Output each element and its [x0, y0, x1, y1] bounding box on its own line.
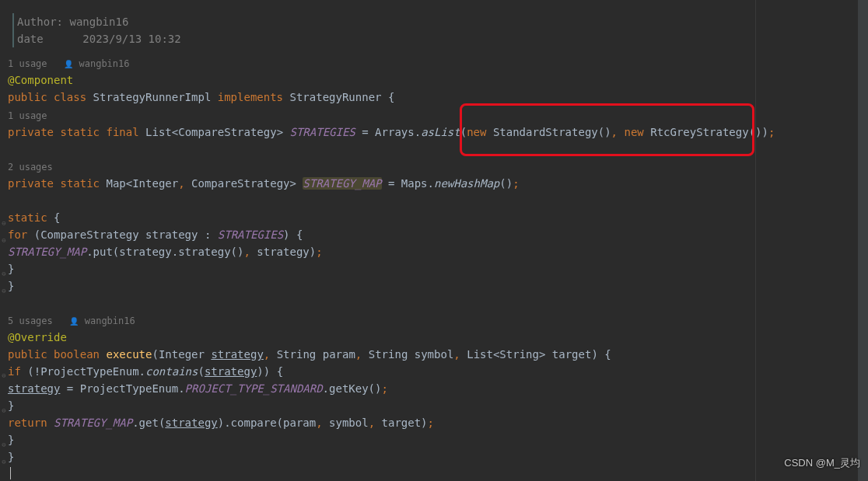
gutter: ⊖ ⊖ ⊖ ⊖ ⊖ ⊖ ⊖ ⊖ — [0, 0, 8, 481]
cbrace-line: } — [8, 277, 14, 295]
cbrace-line: } — [8, 397, 14, 414]
fold-mark[interactable]: ⊖ — [0, 436, 8, 444]
user-icon: 👤 — [64, 60, 73, 68]
user-icon: 👤 — [69, 317, 79, 326]
inlay-usages[interactable]: 1 usage 👤 wangbin16 — [8, 55, 130, 73]
annotation-override: @Override — [8, 331, 67, 343]
right-margin — [755, 0, 858, 481]
fold-mark[interactable]: ⊖ — [0, 214, 8, 222]
watermark: CSDN @M_灵均 — [784, 455, 860, 472]
fold-mark[interactable]: ⊖ — [0, 367, 8, 375]
annotation-component: @Component — [8, 74, 73, 86]
fold-mark[interactable]: ⊖ — [0, 232, 8, 239]
fold-mark[interactable]: ⊖ — [0, 402, 8, 410]
fold-mark[interactable]: ⊖ — [0, 453, 8, 461]
inlay-usages[interactable]: 5 usages 👤 wangbin16 — [8, 312, 135, 330]
static-block: static { — [8, 209, 60, 226]
scrollbar[interactable] — [858, 0, 868, 481]
field-strategies: private static final List<CompareStrateg… — [8, 124, 775, 141]
doc-author-key: Author: — [17, 16, 63, 28]
doc-date-val: 2023/9/13 10:32 — [82, 33, 180, 45]
method-decl: public boolean execute(Integer strategy,… — [8, 346, 611, 363]
inlay-usages[interactable]: 1 usage — [8, 107, 47, 124]
caret — [10, 467, 11, 479]
doc-author-val: wangbin16 — [69, 16, 128, 28]
if-line: if (!ProjectTypeEnum.contains(strategy))… — [8, 363, 283, 380]
class-decl: public class StrategyRunnerImpl implemen… — [8, 89, 394, 106]
field-strategy-map: private static Map<Integer, CompareStrat… — [8, 175, 520, 192]
fold-mark[interactable]: ⊖ — [0, 265, 8, 273]
doc-date-line: date 2023/9/13 10:32 — [12, 30, 181, 47]
assign-line: strategy = ProjectTypeEnum.PROJECT_TYPE_… — [8, 380, 388, 397]
doc-date-key: date — [17, 33, 44, 45]
fold-mark[interactable]: ⊖ — [0, 282, 8, 290]
put-line: STRATEGY_MAP.put(strategy.strategy(), st… — [8, 243, 323, 260]
inlay-usages[interactable]: 2 usages — [8, 159, 53, 176]
for-line: for (CompareStrategy strategy : STRATEGI… — [8, 226, 303, 243]
return-line: return STRATEGY_MAP.get(strategy).compar… — [8, 414, 434, 431]
doc-author-line: Author: wangbin16 — [12, 13, 128, 30]
cbrace-line: } — [8, 260, 14, 277]
cbrace-line: } — [8, 448, 14, 465]
cbrace-line: } — [8, 431, 14, 448]
